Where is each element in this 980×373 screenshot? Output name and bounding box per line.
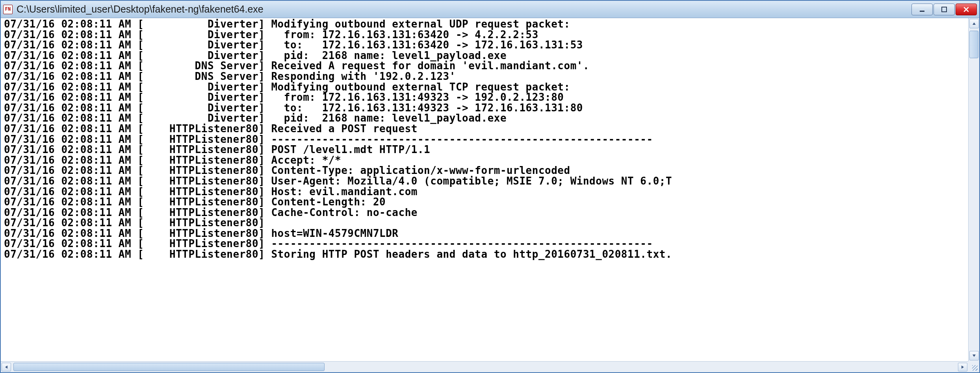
log-line: 07/31/16 02:08:11 AM [ Diverter] to: 172… [4,103,976,113]
log-line: 07/31/16 02:08:11 AM [ HTTPListener80] P… [4,144,976,155]
horizontal-scroll-thumb[interactable] [13,363,325,371]
horizontal-scroll-track[interactable] [12,362,957,372]
content-area: 07/31/16 02:08:11 AM [ Diverter] Modifyi… [1,18,979,372]
scroll-left-button[interactable] [2,363,11,371]
scroll-right-button[interactable] [958,363,967,371]
window-controls [911,4,977,15]
log-line: 07/31/16 02:08:11 AM [ Diverter] Modifyi… [4,82,976,92]
terminal-output[interactable]: 07/31/16 02:08:11 AM [ Diverter] Modifyi… [1,18,979,361]
maximize-button[interactable] [934,4,955,15]
vertical-scrollbar[interactable] [968,18,979,361]
svg-rect-1 [942,7,947,12]
titlebar[interactable]: FN C:\Users\limited_user\Desktop\fakenet… [1,1,979,18]
horizontal-scrollbar[interactable] [1,361,968,372]
scroll-up-button[interactable] [969,19,979,28]
log-line: 07/31/16 02:08:11 AM [ HTTPListener80] C… [4,165,976,176]
log-line: 07/31/16 02:08:11 AM [ DNS Server] Recei… [4,61,976,71]
svg-rect-0 [920,11,924,12]
vertical-scroll-thumb[interactable] [969,31,978,58]
vertical-scroll-track[interactable] [969,29,979,350]
log-line: 07/31/16 02:08:11 AM [ Diverter] from: 1… [4,30,976,40]
app-icon: FN [3,5,13,14]
log-line: 07/31/16 02:08:11 AM [ DNS Server] Respo… [4,71,976,82]
log-line: 07/31/16 02:08:11 AM [ HTTPListener80] R… [4,124,976,134]
log-line: 07/31/16 02:08:11 AM [ HTTPListener80] H… [4,186,976,197]
log-line: 07/31/16 02:08:11 AM [ HTTPListener80] C… [4,197,976,207]
log-line: 07/31/16 02:08:11 AM [ HTTPListener80] h… [4,228,976,239]
scroll-down-button[interactable] [969,351,979,360]
log-line: 07/31/16 02:08:11 AM [ HTTPListener80] S… [4,249,976,260]
log-line: 07/31/16 02:08:11 AM [ Diverter] to: 172… [4,40,976,50]
window-title: C:\Users\limited_user\Desktop\fakenet-ng… [17,4,911,15]
log-line: 07/31/16 02:08:11 AM [ HTTPListener80] -… [4,238,976,249]
close-button[interactable] [956,4,977,15]
log-line: 07/31/16 02:08:11 AM [ HTTPListener80] [4,218,976,228]
log-line: 07/31/16 02:08:11 AM [ HTTPListener80] -… [4,134,976,145]
minimize-button[interactable] [911,4,933,15]
log-line: 07/31/16 02:08:11 AM [ Diverter] pid: 21… [4,113,976,124]
log-line: 07/31/16 02:08:11 AM [ Diverter] from: 1… [4,92,976,103]
resize-grip[interactable] [968,361,979,372]
log-line: 07/31/16 02:08:11 AM [ Diverter] Modifyi… [4,19,976,30]
log-line: 07/31/16 02:08:11 AM [ Diverter] pid: 21… [4,50,976,61]
log-line: 07/31/16 02:08:11 AM [ HTTPListener80] A… [4,155,976,166]
log-line: 07/31/16 02:08:11 AM [ HTTPListener80] U… [4,176,976,186]
log-line: 07/31/16 02:08:11 AM [ HTTPListener80] C… [4,207,976,218]
app-window: FN C:\Users\limited_user\Desktop\fakenet… [0,0,980,373]
